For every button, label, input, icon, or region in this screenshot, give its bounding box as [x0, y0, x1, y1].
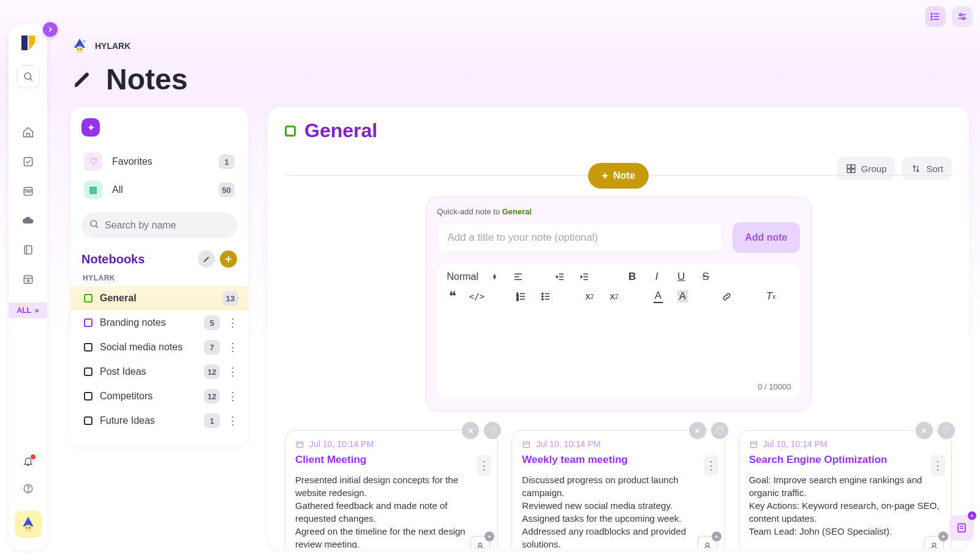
- card-favorite-icon[interactable]: ♡: [938, 422, 955, 439]
- notebook-item-menu[interactable]: ⋮: [227, 340, 238, 355]
- sidebar-all-notes[interactable]: ▦ All 50: [70, 176, 248, 204]
- subscript-icon[interactable]: x2: [583, 290, 597, 303]
- card-body: Goal: Improve search engine rankings and…: [749, 473, 941, 538]
- view-list-button[interactable]: [925, 6, 946, 27]
- sidebar-search-input[interactable]: [81, 213, 237, 238]
- indent-decrease-icon[interactable]: [553, 270, 567, 284]
- notebook-item-label: Future Ideas: [100, 415, 197, 426]
- paragraph-style-select[interactable]: Normal ▲▼: [446, 269, 501, 285]
- notebook-item-menu[interactable]: ⋮: [227, 315, 238, 330]
- notebook-item-count: 12: [204, 364, 220, 379]
- add-notebook-button[interactable]: +: [220, 250, 237, 268]
- plus-badge-icon: +: [968, 511, 976, 520]
- svg-point-5: [931, 19, 932, 20]
- sidebar-item-social-media-notes[interactable]: Social media notes7⋮: [70, 335, 248, 359]
- nav-calendar-icon[interactable]: [21, 184, 36, 198]
- nav-event-icon[interactable]: [21, 272, 36, 287]
- rail-expand-toggle[interactable]: [43, 22, 58, 37]
- sidebar-item-general[interactable]: General13: [70, 286, 248, 310]
- notebook-color-icon: [84, 294, 92, 303]
- card-favorite-icon[interactable]: ♡: [484, 422, 501, 439]
- svg-rect-18: [24, 246, 32, 254]
- card-assignee-button[interactable]: +: [698, 536, 717, 548]
- card-expand-icon[interactable]: [916, 422, 933, 439]
- rail-search-button[interactable]: [17, 65, 40, 88]
- sidebar-item-branding-notes[interactable]: Branding notes5⋮: [70, 310, 248, 335]
- card-assignee-button[interactable]: +: [470, 536, 490, 548]
- superscript-icon[interactable]: x2: [608, 290, 621, 303]
- rail-all-filter[interactable]: ALL »: [9, 303, 47, 318]
- card-menu[interactable]: ⋮: [704, 455, 718, 476]
- svg-point-28: [76, 46, 83, 53]
- sort-button-label: Sort: [926, 164, 943, 174]
- new-note-label: Note: [613, 170, 635, 181]
- notebook-item-label: Branding notes: [100, 317, 197, 328]
- card-menu[interactable]: ⋮: [477, 455, 491, 476]
- highlight-icon[interactable]: A: [676, 290, 690, 303]
- svg-text:3: 3: [516, 298, 518, 301]
- card-title: Search Engine Optimization: [749, 454, 941, 466]
- note-card[interactable]: ♡Jul 10, 10:14 PM⋮Weekly team meetingDis…: [511, 430, 725, 548]
- rich-text-editor[interactable]: Normal ▲▼ B I U S ❝ </> 123 x2: [437, 264, 800, 397]
- sidebar-favorites[interactable]: ♡ Favorites 1: [70, 148, 248, 176]
- note-card[interactable]: ♡Jul 10, 10:14 PM⋮Search Engine Optimiza…: [739, 430, 952, 548]
- svg-rect-37: [851, 169, 855, 173]
- underline-icon[interactable]: U: [674, 270, 688, 284]
- svg-point-7: [960, 13, 962, 16]
- sidebar-item-future-ideas[interactable]: Future Ideas1⋮: [70, 408, 248, 433]
- add-note-button[interactable]: Add note: [733, 222, 799, 253]
- notebook-color-icon: [84, 343, 92, 352]
- card-menu[interactable]: ⋮: [930, 455, 945, 476]
- svg-point-9: [962, 17, 965, 20]
- edit-notebooks-button[interactable]: [198, 250, 215, 268]
- nav-book-icon[interactable]: [21, 243, 36, 257]
- card-expand-icon[interactable]: [689, 422, 706, 439]
- card-expand-icon[interactable]: [462, 422, 479, 439]
- page-title: Notes: [106, 62, 187, 96]
- align-left-icon[interactable]: [511, 270, 525, 284]
- notebook-item-menu[interactable]: ⋮: [227, 389, 238, 404]
- strikethrough-icon[interactable]: S: [699, 270, 712, 284]
- card-date: Jul 10, 10:14 PM: [522, 439, 714, 449]
- sidebar-item-post-ideas[interactable]: Post Ideas12⋮: [70, 359, 248, 384]
- svg-point-32: [91, 220, 97, 227]
- note-title-input[interactable]: [437, 222, 723, 253]
- card-favorite-icon[interactable]: ♡: [711, 422, 728, 439]
- clear-format-icon[interactable]: Tx: [764, 290, 778, 303]
- ordered-list-icon[interactable]: 123: [514, 290, 528, 303]
- card-assignee-button[interactable]: +: [924, 536, 944, 548]
- notebook-item-menu[interactable]: ⋮: [227, 364, 238, 379]
- quote-icon[interactable]: ❝: [446, 290, 459, 303]
- text-color-icon[interactable]: A: [652, 290, 665, 303]
- sidebar-panel: ✦ ♡ Favorites 1 ▦ All 50 Notebooks + HYL…: [70, 107, 248, 446]
- workspace-avatar[interactable]: [15, 511, 42, 538]
- editor-textarea[interactable]: [437, 308, 800, 378]
- help-icon[interactable]: [23, 483, 34, 497]
- breadcrumb[interactable]: HYLARK: [70, 37, 187, 55]
- nav-cloud-icon[interactable]: [21, 213, 36, 228]
- app-logo[interactable]: [18, 33, 38, 53]
- unordered-list-icon[interactable]: [539, 290, 552, 303]
- nav-tasks-icon[interactable]: [21, 154, 36, 169]
- note-card[interactable]: ♡Jul 10, 10:14 PM⋮Client MeetingPresente…: [285, 430, 498, 548]
- link-icon[interactable]: [720, 290, 734, 303]
- sidebar-all-count: 50: [219, 182, 235, 197]
- italic-icon[interactable]: I: [650, 270, 663, 284]
- code-icon[interactable]: </>: [470, 290, 484, 303]
- svg-rect-35: [851, 165, 855, 168]
- sidebar-home-tile[interactable]: ✦: [81, 118, 100, 137]
- new-note-button[interactable]: + Note: [588, 163, 649, 189]
- svg-rect-62: [524, 442, 530, 447]
- nav-home-icon[interactable]: [21, 125, 36, 140]
- view-settings-button[interactable]: [952, 6, 973, 27]
- floating-compose-button[interactable]: +: [949, 515, 974, 541]
- svg-point-26: [26, 527, 27, 529]
- indent-increase-icon[interactable]: [578, 270, 591, 284]
- svg-point-67: [932, 543, 935, 546]
- bold-icon[interactable]: B: [625, 270, 639, 284]
- notifications-icon[interactable]: [23, 456, 34, 470]
- notebook-item-menu[interactable]: ⋮: [227, 413, 238, 428]
- svg-rect-59: [297, 442, 303, 447]
- sidebar-item-competitors[interactable]: Competitors12⋮: [70, 384, 248, 408]
- plus-icon: +: [712, 532, 722, 541]
